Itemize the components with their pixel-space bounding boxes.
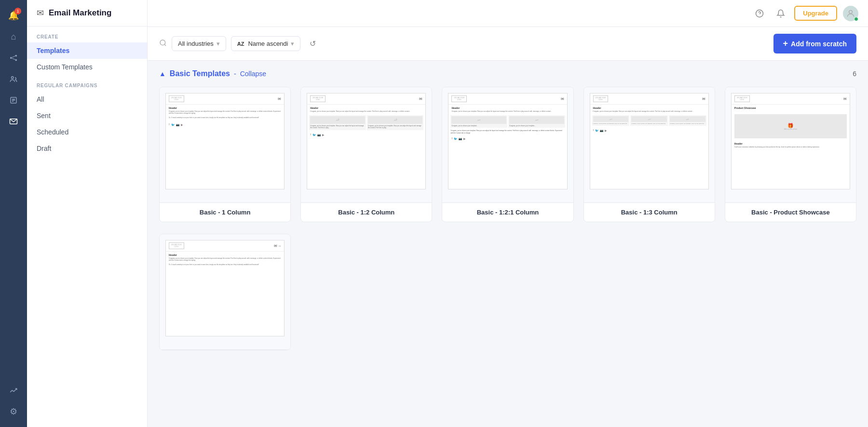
svg-point-5 bbox=[12, 77, 14, 79]
template-name-121col: Basic - 1:2:1 Column bbox=[442, 203, 573, 222]
template-preview-1col-2: UPLOAD YOURLOGO ✉→ Header Congrats, you'… bbox=[160, 234, 290, 350]
online-status-dot bbox=[854, 17, 858, 21]
sidebar-item-sent[interactable]: Sent bbox=[27, 107, 147, 124]
svg-point-1 bbox=[15, 55, 17, 57]
svg-line-3 bbox=[12, 56, 15, 57]
sidebar: ✉ Email Marketing CREATE Templates Custo… bbox=[27, 0, 148, 427]
sidebar-item-scheduled[interactable]: Scheduled bbox=[27, 124, 147, 140]
sidebar-header: ✉ Email Marketing bbox=[27, 0, 147, 27]
notifications-topbar-icon[interactable] bbox=[773, 6, 788, 21]
svg-line-4 bbox=[12, 58, 15, 60]
chevron-down-icon-sort: ▾ bbox=[291, 40, 294, 47]
content-area: All industries ▾ AZ Name ascendi ▾ ↺ + A… bbox=[148, 27, 868, 427]
avatar[interactable] bbox=[843, 6, 858, 21]
help-icon[interactable] bbox=[752, 6, 767, 21]
template-count: 6 bbox=[853, 70, 856, 78]
template-grid: UPLOAD YOURLOGO ✉ Header Congrats, you'v… bbox=[148, 87, 868, 234]
template-card-basic-1col[interactable]: UPLOAD YOURLOGO ✉ Header Congrats, you'v… bbox=[159, 87, 291, 222]
template-preview-13col: UPLOAD YOURLOGO ✉ Header Congrats, you'v… bbox=[584, 87, 715, 203]
template-card-basic-1col-2[interactable]: UPLOAD YOURLOGO ✉→ Header Congrats, you'… bbox=[159, 234, 291, 350]
template-preview-product: UPLOAD YOURLOGO ✉ Product Showcase 🎁 Add… bbox=[725, 87, 856, 203]
email-icon[interactable] bbox=[4, 112, 23, 131]
reset-filter-button[interactable]: ↺ bbox=[305, 37, 320, 51]
template-name-12col: Basic - 1:2 Column bbox=[301, 203, 432, 222]
create-section-label: CREATE bbox=[27, 27, 147, 42]
svg-point-13 bbox=[849, 10, 853, 13]
chevron-down-icon: ▾ bbox=[217, 40, 220, 47]
collapse-link[interactable]: Collapse bbox=[240, 70, 266, 78]
plus-icon: + bbox=[783, 39, 788, 49]
home-icon[interactable]: ⌂ bbox=[4, 27, 23, 46]
campaigns-section-label: REGULAR CAMPAIGNS bbox=[27, 75, 147, 91]
template-card-basic-12col[interactable]: UPLOAD YOURLOGO ✉ Header Congrats, you'v… bbox=[300, 87, 432, 222]
svg-point-0 bbox=[10, 57, 12, 59]
topbar: Upgrade bbox=[148, 0, 868, 27]
contacts-icon[interactable] bbox=[4, 69, 23, 89]
icon-bar: 🔔 1 ⌂ ⚙ bbox=[0, 0, 27, 427]
template-card-basic-product[interactable]: UPLOAD YOURLOGO ✉ Product Showcase 🎁 Add… bbox=[725, 87, 856, 222]
svg-point-2 bbox=[15, 59, 17, 61]
sort-filter[interactable]: AZ Name ascendi ▾ bbox=[231, 36, 301, 51]
sidebar-item-all[interactable]: All bbox=[27, 91, 147, 107]
template-preview-12col: UPLOAD YOURLOGO ✉ Header Congrats, you'v… bbox=[301, 87, 432, 203]
add-from-scratch-button[interactable]: + Add from scratch bbox=[773, 34, 856, 53]
template-name: Basic - 1 Column bbox=[160, 203, 290, 222]
template-preview-121col: UPLOAD YOURLOGO ✉ Header Congrats, you'v… bbox=[442, 87, 573, 203]
svg-point-14 bbox=[160, 40, 165, 45]
search-icon bbox=[159, 39, 167, 48]
template-name-13col: Basic - 1:3 Column bbox=[584, 203, 715, 222]
sidebar-item-custom-templates[interactable]: Custom Templates bbox=[27, 59, 147, 75]
notification-icon[interactable]: 🔔 1 bbox=[4, 6, 23, 25]
template-card-basic-13col[interactable]: UPLOAD YOURLOGO ✉ Header Congrats, you'v… bbox=[583, 87, 715, 222]
app-title: Email Marketing bbox=[49, 8, 111, 18]
template-name-product: Basic - Product Showcase bbox=[725, 203, 856, 222]
tasks-icon[interactable] bbox=[4, 91, 23, 110]
sidebar-item-draft[interactable]: Draft bbox=[27, 140, 147, 157]
filter-bar: All industries ▾ AZ Name ascendi ▾ ↺ + A… bbox=[148, 27, 868, 61]
settings-icon[interactable]: ⚙ bbox=[4, 402, 23, 421]
industries-filter[interactable]: All industries ▾ bbox=[172, 36, 226, 51]
automation-icon[interactable] bbox=[4, 48, 23, 67]
sidebar-item-templates[interactable]: Templates bbox=[27, 42, 147, 59]
template-preview: UPLOAD YOURLOGO ✉ Header Congrats, you'v… bbox=[160, 87, 290, 203]
template-grid-row2: UPLOAD YOURLOGO ✉→ Header Congrats, you'… bbox=[148, 234, 868, 362]
basic-templates-section-header: ▲ Basic Templates - Collapse 6 bbox=[148, 61, 868, 87]
section-title: Basic Templates bbox=[170, 69, 230, 78]
template-card-basic-121col[interactable]: UPLOAD YOURLOGO ✉ Header Congrats, you'v… bbox=[442, 87, 573, 222]
analytics-icon[interactable] bbox=[4, 381, 23, 400]
collapse-icon[interactable]: ▲ bbox=[159, 70, 166, 78]
main-area: Upgrade All industries ▾ AZ Name ascendi… bbox=[148, 0, 868, 427]
svg-line-15 bbox=[164, 44, 166, 46]
email-marketing-icon: ✉ bbox=[37, 8, 44, 18]
upgrade-button[interactable]: Upgrade bbox=[794, 6, 837, 21]
